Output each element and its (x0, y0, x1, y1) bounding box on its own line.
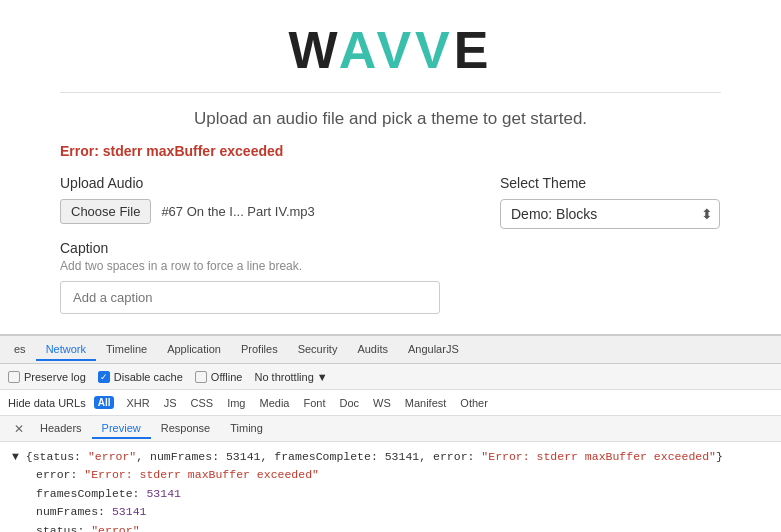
file-name: #67 On the I... Part IV.mp3 (161, 204, 314, 219)
devtools-panel: es Network Timeline Application Profiles… (0, 335, 781, 532)
close-icon[interactable]: ✕ (8, 420, 30, 438)
disable-cache-cb-icon: ✓ (98, 371, 110, 383)
tab-timeline[interactable]: Timeline (96, 339, 157, 361)
tab-profiles[interactable]: Profiles (231, 339, 288, 361)
json-line-4: numFrames: 53141 (12, 503, 769, 521)
logo-wave: AVV (339, 21, 454, 79)
preserve-log-checkbox[interactable]: Preserve log (8, 371, 86, 383)
tab-network[interactable]: Network (36, 339, 96, 361)
tab-audits[interactable]: Audits (347, 339, 398, 361)
form-left: Upload Audio Choose File #67 On the I...… (60, 175, 440, 314)
subtab-headers[interactable]: Headers (30, 419, 92, 439)
select-theme-label: Select Theme (500, 175, 721, 191)
subtab-timing[interactable]: Timing (220, 419, 273, 439)
upload-audio-label: Upload Audio (60, 175, 440, 191)
subtitle: Upload an audio file and pick a theme to… (60, 109, 721, 129)
caption-hint: Add two spaces in a row to force a line … (60, 259, 440, 273)
devtools-main-tabs: es Network Timeline Application Profiles… (0, 336, 781, 364)
devtools-subtabs: ✕ Headers Preview Response Timing (0, 416, 781, 442)
form-row: Upload Audio Choose File #67 On the I...… (60, 175, 721, 314)
json-line-5: status: "error" (12, 522, 769, 532)
disable-cache-label: Disable cache (114, 371, 183, 383)
offline-label: Offline (211, 371, 243, 383)
filter-js[interactable]: JS (158, 396, 183, 410)
choose-file-button[interactable]: Choose File (60, 199, 151, 224)
filter-bar: Hide data URLs All XHR JS CSS Img Media … (0, 390, 781, 416)
form-right: Select Theme Demo: Blocks Demo: Waveform… (500, 175, 721, 229)
filter-ws[interactable]: WS (367, 396, 397, 410)
filter-other[interactable]: Other (454, 396, 494, 410)
disable-cache-checkbox[interactable]: ✓ Disable cache (98, 371, 183, 383)
app-area: WAVVE Upload an audio file and pick a th… (0, 0, 781, 335)
json-line-3: framesComplete: 53141 (12, 485, 769, 503)
json-line-2: error: "Error: stderr maxBuffer exceeded… (12, 466, 769, 484)
subtab-preview[interactable]: Preview (92, 419, 151, 439)
throttle-label: No throttling (254, 371, 313, 383)
throttle-dropdown[interactable]: No throttling ▼ (254, 371, 327, 383)
preserve-log-label: Preserve log (24, 371, 86, 383)
error-message: Error: stderr maxBuffer exceeded (60, 143, 721, 159)
offline-checkbox[interactable]: Offline (195, 371, 243, 383)
filter-doc[interactable]: Doc (333, 396, 365, 410)
throttle-arrow-icon: ▼ (317, 371, 328, 383)
logo-black-w: W (289, 21, 339, 79)
hide-data-urls-text: Hide data URLs (8, 397, 86, 409)
filter-font[interactable]: Font (297, 396, 331, 410)
file-input-row: Choose File #67 On the I... Part IV.mp3 (60, 199, 440, 224)
logo-container: WAVVE (60, 20, 721, 93)
subtab-response[interactable]: Response (151, 419, 221, 439)
logo-black-e: E (454, 21, 493, 79)
devtools-toolbar: Preserve log ✓ Disable cache Offline No … (0, 364, 781, 390)
theme-select[interactable]: Demo: Blocks Demo: Waveform Demo: Bars (500, 199, 720, 229)
filter-manifest[interactable]: Manifest (399, 396, 453, 410)
json-line-1: ▼ {status: "error", numFrames: 53141, fr… (12, 448, 769, 466)
filter-css[interactable]: CSS (185, 396, 220, 410)
filter-media[interactable]: Media (253, 396, 295, 410)
caption-input[interactable] (60, 281, 440, 314)
filter-img[interactable]: Img (221, 396, 251, 410)
tab-security[interactable]: Security (288, 339, 348, 361)
filter-all-badge[interactable]: All (94, 396, 115, 409)
logo: WAVVE (289, 21, 493, 79)
filter-xhr[interactable]: XHR (120, 396, 155, 410)
json-output: ▼ {status: "error", numFrames: 53141, fr… (0, 442, 781, 532)
caption-label: Caption (60, 240, 440, 256)
tab-angularjs[interactable]: AngularJS (398, 339, 469, 361)
preserve-log-cb-icon (8, 371, 20, 383)
theme-select-wrapper: Demo: Blocks Demo: Waveform Demo: Bars ⬍ (500, 199, 721, 229)
tab-elements[interactable]: es (4, 339, 36, 361)
offline-cb-icon (195, 371, 207, 383)
tab-application[interactable]: Application (157, 339, 231, 361)
